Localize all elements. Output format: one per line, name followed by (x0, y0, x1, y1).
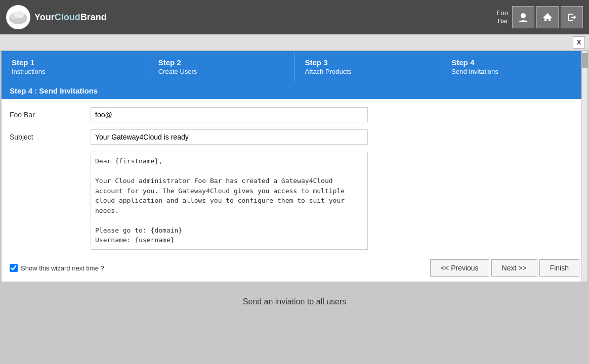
wizard-outer: Step 1 Instructions Step 2 Create Users … (1, 51, 588, 282)
message-textarea-wrapper: Dear {firstname}, Your Cloud administrat… (91, 152, 368, 250)
step-2-label: Create Users (158, 68, 284, 75)
show-wizard-label: Show this wizard next time ? (21, 264, 104, 272)
step-2-item: Step 2 Create Users (148, 51, 295, 82)
step-3-label: Attach Products (305, 68, 431, 75)
step-1-item: Step 1 Instructions (2, 51, 148, 82)
previous-button[interactable]: << Previous (430, 259, 489, 277)
message-textarea[interactable]: Dear {firstname}, Your Cloud administrat… (91, 152, 367, 247)
subject-input[interactable] (91, 129, 368, 145)
step-content-header: Step 4 : Send Invitations (2, 82, 587, 99)
right-scrollbar-track (581, 51, 587, 282)
form-body: Foo Bar Subject (2, 99, 587, 145)
subject-label: Subject (10, 133, 91, 141)
step-4-number: Step 4 (451, 58, 577, 67)
step-1-number: Step 1 (12, 58, 138, 67)
foo-bar-input[interactable] (91, 107, 368, 122)
logout-icon-button[interactable] (561, 6, 583, 28)
logo-area: YourCloudBrand (6, 5, 107, 29)
steps-header: Step 1 Instructions Step 2 Create Users … (2, 51, 587, 82)
home-icon-button[interactable] (536, 6, 559, 28)
user-icon-button[interactable] (512, 6, 534, 28)
svg-point-3 (521, 13, 526, 18)
svg-point-2 (14, 11, 24, 18)
subject-row: Subject (10, 129, 579, 145)
logo-text: YourCloudBrand (34, 12, 107, 23)
foo-bar-label: Foo Bar (10, 111, 91, 119)
bottom-caption: Send an inviation to all users (0, 282, 589, 316)
nav-icons-area: FooBar (497, 6, 583, 28)
step-4-item: Step 4 Send Invitations (441, 51, 587, 82)
finish-button[interactable]: Finish (539, 259, 579, 277)
message-area: Dear {firstname}, Your Cloud administrat… (10, 152, 579, 250)
step-4-label: Send Invitations (451, 68, 577, 75)
step-3-number: Step 3 (305, 58, 431, 67)
foo-bar-row: Foo Bar (10, 107, 579, 122)
wizard-footer: Show this wizard next time ? << Previous… (2, 254, 587, 282)
step-3-item: Step 3 Attach Products (295, 51, 442, 82)
nav-user-name: FooBar (497, 9, 508, 25)
top-navigation: YourCloudBrand FooBar (0, 0, 589, 34)
close-button[interactable]: X (573, 36, 585, 49)
logo-icon (6, 5, 30, 29)
show-wizard-checkbox-area: Show this wizard next time ? (10, 264, 104, 272)
footer-buttons: << Previous Next >> Finish (430, 259, 579, 277)
sub-toolbar: X (0, 34, 589, 51)
message-label-spacer (10, 152, 91, 250)
step-1-label: Instructions (12, 68, 138, 75)
next-button[interactable]: Next >> (491, 259, 537, 277)
right-scrollbar-thumb[interactable] (582, 53, 588, 68)
svg-marker-4 (543, 13, 552, 21)
show-wizard-checkbox[interactable] (10, 264, 18, 272)
step-2-number: Step 2 (158, 58, 284, 67)
